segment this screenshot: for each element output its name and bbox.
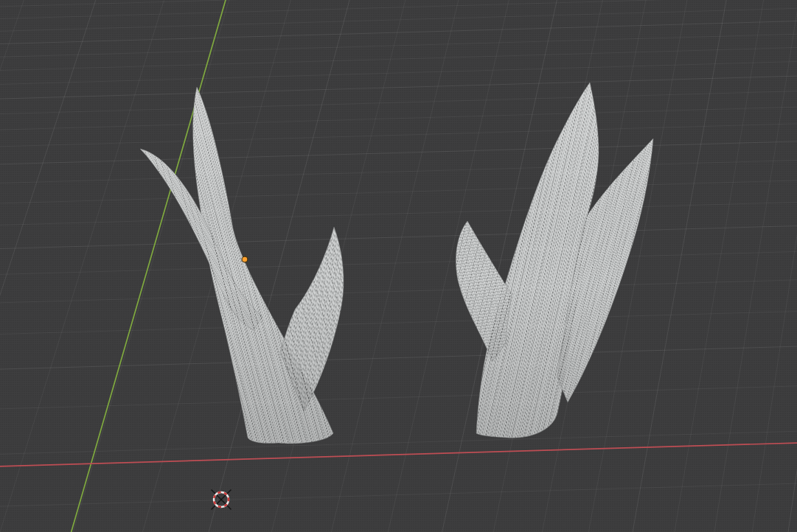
viewport-background [0, 0, 797, 532]
object-origin-icon [241, 256, 248, 262]
viewport-canvas[interactable] [0, 0, 797, 532]
3d-viewport[interactable] [0, 0, 797, 532]
3d-cursor-icon [212, 490, 232, 510]
